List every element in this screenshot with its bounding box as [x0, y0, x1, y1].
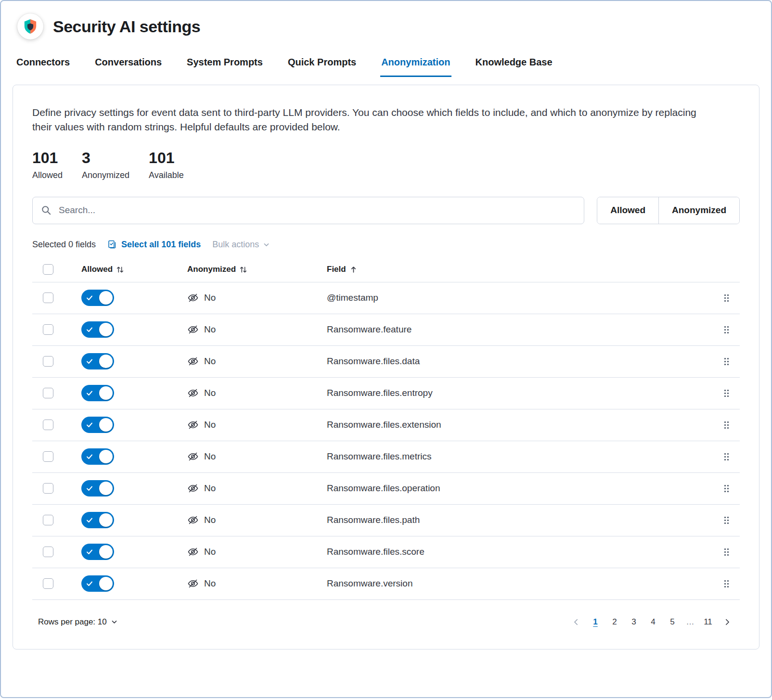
stat-available-label: Available — [149, 170, 184, 180]
column-header-allowed[interactable]: Allowed — [81, 265, 124, 274]
allowed-toggle[interactable] — [81, 321, 114, 338]
column-header-field[interactable]: Field — [327, 265, 358, 274]
allowed-toggle[interactable] — [81, 448, 114, 465]
boxes-vertical-icon — [724, 421, 729, 429]
table-row: No Ransomware.files.score — [32, 536, 740, 568]
row-checkbox[interactable] — [43, 420, 53, 430]
page-button-1[interactable]: 1 — [587, 613, 604, 631]
check-icon — [86, 389, 93, 397]
field-name: Ransomware.files.score — [327, 547, 713, 557]
row-checkbox[interactable] — [43, 293, 53, 303]
anonymized-value: No — [204, 515, 216, 525]
eye-closed-icon — [187, 546, 199, 558]
row-actions-button[interactable] — [722, 578, 731, 590]
row-actions-button[interactable] — [722, 451, 731, 463]
boxes-vertical-icon — [724, 516, 729, 524]
stats-row: 101 Allowed 3 Anonymized 101 Available — [32, 149, 740, 180]
tab-system-prompts[interactable]: System Prompts — [186, 57, 264, 77]
eye-closed-icon — [187, 324, 199, 335]
row-actions-button[interactable] — [722, 483, 731, 495]
row-checkbox[interactable] — [43, 451, 53, 462]
check-icon — [86, 453, 93, 460]
allowed-toggle[interactable] — [81, 544, 114, 560]
tab-quick-prompts[interactable]: Quick Prompts — [287, 57, 357, 77]
previous-page-button[interactable] — [567, 613, 585, 631]
check-icon — [86, 326, 93, 333]
field-name: Ransomware.files.entropy — [327, 388, 713, 398]
search-input[interactable] — [32, 197, 584, 224]
page-button-3[interactable]: 3 — [625, 613, 643, 631]
anonymized-value: No — [204, 420, 216, 430]
row-actions-button[interactable] — [722, 387, 731, 399]
bulk-actions-button[interactable]: Bulk actions — [212, 240, 270, 250]
table-row: No Ransomware.files.metrics — [32, 441, 740, 473]
boxes-vertical-icon — [724, 294, 729, 302]
row-actions-button[interactable] — [722, 324, 731, 336]
select-all-fields-label: Select all 101 fields — [121, 240, 201, 250]
page-title: Security AI settings — [53, 17, 200, 36]
page-button-5[interactable]: 5 — [664, 613, 681, 631]
page-button-2[interactable]: 2 — [606, 613, 623, 631]
filter-allowed-button[interactable]: Allowed — [597, 197, 658, 224]
settings-tabs: Connectors Conversations System Prompts … — [1, 39, 771, 77]
eye-closed-icon — [187, 514, 199, 526]
row-checkbox[interactable] — [43, 515, 53, 525]
column-header-anonymized[interactable]: Anonymized — [187, 265, 247, 274]
row-checkbox[interactable] — [43, 388, 53, 398]
row-checkbox[interactable] — [43, 324, 53, 335]
row-actions-button[interactable] — [722, 356, 731, 368]
allowed-toggle[interactable] — [81, 290, 114, 306]
page-button-11[interactable]: 11 — [699, 613, 717, 631]
row-checkbox[interactable] — [43, 578, 53, 589]
sortable-icon — [116, 266, 124, 274]
anonymized-value: No — [204, 578, 216, 589]
filter-anonymized-button[interactable]: Anonymized — [658, 197, 739, 224]
field-name: Ransomware.files.metrics — [327, 451, 713, 462]
next-page-button[interactable] — [719, 613, 736, 631]
row-actions-button[interactable] — [722, 546, 731, 558]
fields-table: Allowed Anonymized Field — [32, 257, 740, 600]
field-name: Ransomware.files.path — [327, 515, 713, 525]
row-checkbox[interactable] — [43, 483, 53, 494]
table-row: No Ransomware.files.data — [32, 346, 740, 378]
allowed-toggle[interactable] — [81, 353, 114, 369]
filter-button-group: Allowed Anonymized — [597, 197, 740, 224]
tab-anonymization[interactable]: Anonymization — [380, 57, 451, 77]
select-document-icon — [107, 240, 117, 249]
rows-per-page-label: Rows per page: 10 — [38, 617, 107, 627]
allowed-toggle[interactable] — [81, 385, 114, 401]
stat-allowed: 101 Allowed — [32, 149, 63, 180]
row-checkbox[interactable] — [43, 356, 53, 367]
boxes-vertical-icon — [724, 484, 729, 493]
eye-closed-icon — [187, 578, 199, 589]
check-icon — [86, 421, 93, 429]
row-actions-button[interactable] — [722, 419, 731, 431]
row-actions-button[interactable] — [722, 292, 731, 304]
tab-knowledge-base[interactable]: Knowledge Base — [475, 57, 553, 77]
rows-per-page-button[interactable]: Rows per page: 10 — [38, 617, 117, 627]
allowed-toggle[interactable] — [81, 417, 114, 433]
sort-ascending-icon — [349, 266, 358, 274]
tab-conversations[interactable]: Conversations — [94, 57, 163, 77]
allowed-toggle[interactable] — [81, 480, 114, 496]
pagination-ellipsis: … — [683, 617, 697, 627]
boxes-vertical-icon — [724, 389, 729, 397]
eye-closed-icon — [187, 451, 199, 462]
select-all-fields-button[interactable]: Select all 101 fields — [107, 240, 201, 250]
tab-connectors[interactable]: Connectors — [15, 57, 71, 77]
anonymized-value: No — [204, 483, 216, 494]
check-icon — [86, 294, 93, 302]
check-icon — [86, 548, 93, 556]
allowed-toggle[interactable] — [81, 512, 114, 528]
row-checkbox[interactable] — [43, 547, 53, 557]
allowed-column-label: Allowed — [81, 265, 113, 274]
chevron-down-icon — [263, 242, 270, 248]
stat-allowed-label: Allowed — [32, 170, 63, 180]
boxes-vertical-icon — [724, 580, 729, 588]
allowed-toggle[interactable] — [81, 575, 114, 592]
page-button-4[interactable]: 4 — [644, 613, 662, 631]
table-row: No Ransomware.files.operation — [32, 473, 740, 505]
check-icon — [86, 516, 93, 524]
row-actions-button[interactable] — [722, 514, 731, 526]
select-all-checkbox[interactable] — [43, 264, 53, 275]
